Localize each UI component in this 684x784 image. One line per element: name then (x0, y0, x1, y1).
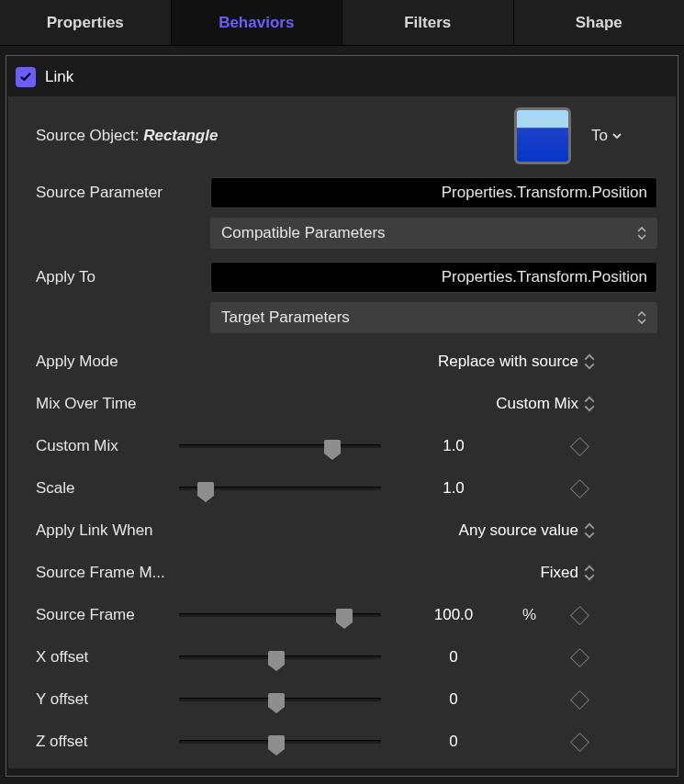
source-parameter-well[interactable]: Properties.Transform.Position (210, 177, 657, 208)
tab-filters[interactable]: Filters (342, 0, 513, 45)
x-offset-row: X offset 0 (36, 636, 659, 678)
y-offset-value[interactable]: 0 (385, 690, 522, 709)
stepper-arrows-icon (584, 565, 595, 581)
mix-over-time-label: Mix Over Time (36, 395, 210, 413)
stepper-arrows-icon (584, 353, 595, 370)
apply-link-when-value: Any source value (459, 521, 578, 540)
keyframe-button[interactable] (569, 732, 589, 751)
apply-to-group: Apply To Properties.Transform.Position T… (36, 262, 659, 333)
apply-to-dropdown-label: Target Parameters (221, 308, 350, 327)
source-parameter-group: Source Parameter Properties.Transform.Po… (36, 177, 659, 249)
keyframe-button[interactable] (569, 605, 589, 624)
source-object-label: Source Object: (36, 127, 139, 144)
tab-behaviors[interactable]: Behaviors (171, 0, 342, 45)
source-frame-value[interactable]: 100.0 (385, 606, 522, 624)
x-offset-value[interactable]: 0 (385, 648, 522, 666)
keyframe-button[interactable] (569, 647, 589, 666)
scale-row: Scale 1.0 (36, 467, 659, 510)
apply-to-dropdown[interactable]: Target Parameters (210, 302, 657, 333)
behavior-panel: Link Source Object: Rectangle To (6, 55, 678, 777)
source-object-row: Source Object: Rectangle To (36, 107, 659, 164)
source-frame-unit: % (522, 606, 552, 624)
source-parameter-dropdown-label: Compatible Parameters (221, 224, 386, 242)
source-parameter-dropdown[interactable]: Compatible Parameters (210, 218, 657, 249)
apply-to-well[interactable]: Properties.Transform.Position (210, 262, 657, 293)
apply-mode-popup[interactable]: Replace with source (210, 353, 604, 371)
slider-thumb[interactable] (336, 609, 353, 622)
tab-bar: Properties Behaviors Filters Shape (0, 0, 684, 46)
apply-mode-row: Apply Mode Replace with source (36, 341, 659, 383)
to-menu[interactable]: To (591, 127, 622, 145)
slider-thumb[interactable] (268, 735, 285, 749)
x-offset-slider[interactable] (179, 648, 381, 666)
keyframe-button[interactable] (569, 478, 589, 498)
keyframe-button[interactable] (569, 436, 589, 455)
stepper-arrows-icon (637, 311, 646, 324)
scale-value[interactable]: 1.0 (385, 479, 522, 498)
to-label: To (591, 127, 608, 145)
slider-thumb[interactable] (268, 651, 285, 665)
source-frame-mode-value: Fixed (540, 564, 578, 582)
z-offset-row: Z offset 0 (36, 721, 659, 763)
z-offset-value[interactable]: 0 (385, 733, 522, 751)
scale-label: Scale (36, 479, 179, 498)
custom-mix-slider[interactable] (179, 437, 381, 455)
apply-link-when-row: Apply Link When Any source value (36, 510, 659, 552)
custom-mix-label: Custom Mix (36, 437, 179, 455)
x-offset-label: X offset (36, 648, 179, 666)
behavior-header: Link (6, 60, 678, 93)
tab-shape[interactable]: Shape (513, 0, 685, 45)
source-frame-row: Source Frame 100.0 % (36, 594, 659, 636)
slider-thumb[interactable] (268, 693, 285, 707)
source-frame-label: Source Frame (36, 606, 179, 624)
source-frame-slider[interactable] (179, 606, 381, 624)
stepper-arrows-icon (584, 522, 595, 539)
source-object-value: Rectangle (143, 127, 218, 144)
y-offset-slider[interactable] (179, 690, 381, 709)
parameters-section: Source Object: Rectangle To Source Param… (8, 96, 676, 768)
slider-thumb[interactable] (324, 440, 341, 454)
keyframe-button[interactable] (569, 689, 589, 709)
apply-link-when-label: Apply Link When (36, 521, 210, 540)
apply-mode-value: Replace with source (438, 353, 578, 371)
mix-over-time-row: Mix Over Time Custom Mix (36, 383, 659, 425)
apply-mode-label: Apply Mode (36, 353, 210, 371)
custom-mix-value[interactable]: 1.0 (385, 437, 522, 455)
source-frame-mode-popup[interactable]: Fixed (210, 564, 604, 582)
apply-to-value: Properties.Transform.Position (442, 268, 647, 286)
tab-properties[interactable]: Properties (0, 0, 171, 45)
z-offset-label: Z offset (36, 733, 179, 751)
enable-checkbox[interactable] (16, 67, 36, 87)
scale-slider[interactable] (179, 479, 381, 498)
mix-over-time-popup[interactable]: Custom Mix (210, 395, 604, 413)
stepper-arrows-icon (584, 396, 595, 412)
z-offset-slider[interactable] (179, 733, 381, 751)
source-object-well[interactable] (514, 107, 571, 164)
apply-to-label: Apply To (36, 268, 210, 286)
checkmark-icon (19, 71, 32, 84)
slider-thumb[interactable] (197, 482, 214, 496)
source-frame-mode-row: Source Frame M... Fixed (36, 552, 659, 594)
behavior-title: Link (45, 68, 73, 86)
custom-mix-row: Custom Mix 1.0 (36, 425, 659, 467)
source-frame-mode-label: Source Frame M... (36, 564, 210, 582)
y-offset-label: Y offset (36, 690, 179, 709)
source-parameter-label: Source Parameter (36, 184, 210, 202)
chevron-down-icon (611, 130, 622, 141)
mix-over-time-value: Custom Mix (496, 395, 578, 413)
apply-link-when-popup[interactable]: Any source value (210, 521, 604, 540)
source-parameter-value: Properties.Transform.Position (442, 184, 647, 202)
y-offset-row: Y offset 0 (36, 678, 659, 721)
stepper-arrows-icon (637, 227, 646, 240)
